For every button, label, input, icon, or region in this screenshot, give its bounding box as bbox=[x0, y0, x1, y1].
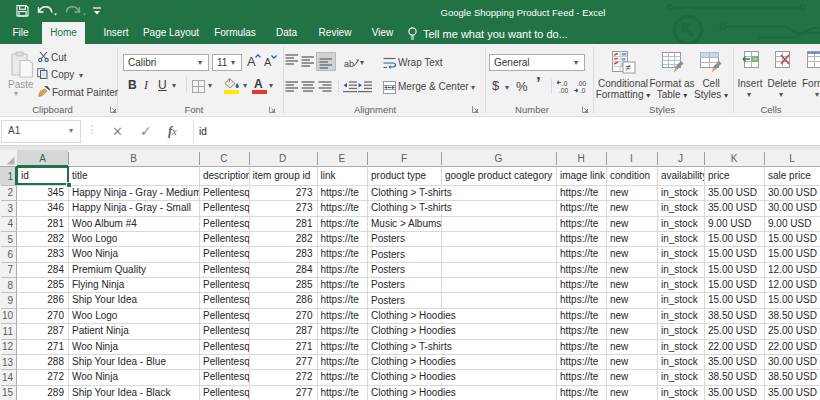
svg-text:.00: .00 bbox=[559, 87, 568, 94]
svg-text:≠: ≠ bbox=[626, 62, 632, 73]
svg-text:.0: .0 bbox=[580, 87, 586, 94]
svg-text:.0: .0 bbox=[562, 80, 568, 87]
svg-text:ab: ab bbox=[344, 59, 354, 69]
svg-text:.00: .00 bbox=[577, 80, 586, 87]
